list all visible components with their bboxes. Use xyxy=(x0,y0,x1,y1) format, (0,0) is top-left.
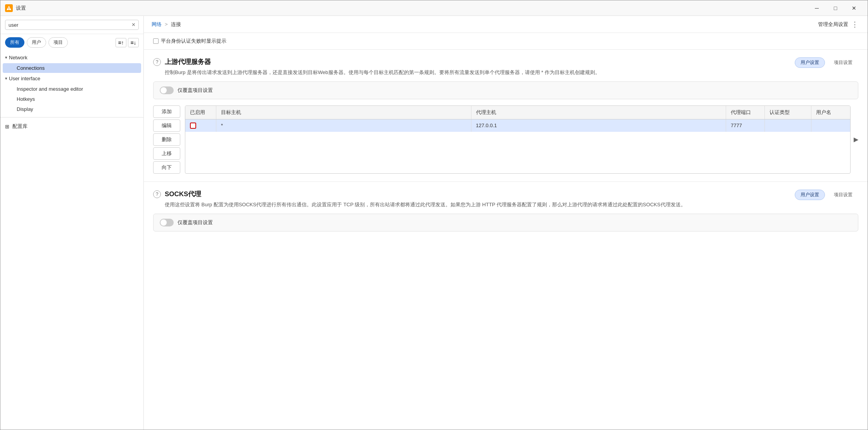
database-icon: ⊞ xyxy=(5,124,9,130)
chevron-down-icon-2: ▾ xyxy=(5,76,7,81)
maximize-button[interactable]: □ xyxy=(827,2,844,14)
move-down-button[interactable]: 向下 xyxy=(153,161,180,174)
filter-all-button[interactable]: 所有 xyxy=(5,37,24,48)
table-body: * 127.0.0.1 7777 xyxy=(185,119,850,132)
delete-button[interactable]: 删除 xyxy=(153,133,180,146)
filter-project-button[interactable]: 项目 xyxy=(48,37,68,48)
nav-network-label: Network xyxy=(9,55,28,60)
breadcrumb-separator: > xyxy=(165,21,168,27)
upstream-proxy-badges: 用户设置 项目设置 xyxy=(795,57,858,68)
project-settings-badge[interactable]: 项目设置 xyxy=(828,57,858,68)
platform-auth-checkbox-item: 平台身份认证失败时显示提示 xyxy=(153,38,226,45)
search-input[interactable] xyxy=(9,22,132,28)
manage-global-settings-label: 管理全局设置 xyxy=(818,21,848,28)
window-controls: ─ □ ✕ xyxy=(808,2,863,14)
sidebar-item-connections[interactable]: Connections xyxy=(3,63,141,73)
table-header: 已启用 目标主机 代理主机 代理端口 认证类型 用户名 xyxy=(185,106,850,119)
nav-header-network[interactable]: ▾ Network xyxy=(0,52,143,63)
platform-auth-checkbox[interactable] xyxy=(153,38,159,44)
col-proxy-port: 代理端口 xyxy=(726,106,765,119)
socks-toggle[interactable] xyxy=(160,219,174,226)
help-icon[interactable]: ? xyxy=(153,58,161,66)
content-area: 网络 > 连接 管理全局设置 ⋮ 平台身份认证失败时显示提示 xyxy=(144,16,868,430)
col-proxy-host: 代理主机 xyxy=(471,106,726,119)
nav-user-interface-label: User interface xyxy=(9,76,40,81)
filter-user-button[interactable]: 用户 xyxy=(27,37,46,48)
sidebar-item-config[interactable]: ⊞ 配置库 xyxy=(0,121,143,132)
upstream-proxy-section: ? 上游代理服务器 控制Burp 是将传出请求发送到上游代理服务器，还是直接发送… xyxy=(144,50,868,182)
socks-proxy-badges: 用户设置 项目设置 xyxy=(795,190,858,200)
app-icon xyxy=(5,4,13,12)
sort-controls: ≡↑ ≡↓ xyxy=(116,38,139,47)
sidebar-item-inspector[interactable]: Inspector and message editor xyxy=(3,84,141,94)
edit-button[interactable]: 编辑 xyxy=(153,119,180,132)
nav-header-user-interface[interactable]: ▾ User interface xyxy=(0,73,143,84)
search-area: × xyxy=(0,16,143,34)
table-buttons: 添加 编辑 删除 上移 向下 xyxy=(153,105,185,174)
sidebar-item-display[interactable]: Display xyxy=(3,104,141,114)
socks-proxy-title: SOCKS代理 xyxy=(165,190,795,199)
col-username: 用户名 xyxy=(811,106,850,119)
upstream-proxy-header: ? 上游代理服务器 控制Burp 是将传出请求发送到上游代理服务器，还是直接发送… xyxy=(153,57,858,77)
close-button[interactable]: ✕ xyxy=(845,2,863,14)
upstream-proxy-title: 上游代理服务器 xyxy=(165,57,795,66)
breadcrumb-current: 连接 xyxy=(171,21,181,28)
chevron-down-icon: ▾ xyxy=(5,55,7,60)
row-proxy-port-cell: 7777 xyxy=(726,119,765,132)
upstream-proxy-desc: 控制Burp 是将传出请求发送到上游代理服务器，还是直接发送到目标Web服务器。… xyxy=(165,69,795,77)
breadcrumb-actions: 管理全局设置 ⋮ xyxy=(818,19,860,30)
upstream-proxy-toggle-row: 仅覆盖项目设置 xyxy=(153,81,858,99)
upstream-proxy-table: 已启用 目标主机 代理主机 代理端口 认证类型 用户名 xyxy=(185,105,851,174)
socks-proxy-section: ? SOCKS代理 使用这些设置将 Burp 配置为使用SOCKS代理进行所有传… xyxy=(144,182,868,245)
main-layout: × 所有 用户 项目 ≡↑ ≡↓ ▾ Network xyxy=(0,16,868,430)
top-row: 平台身份认证失败时显示提示 xyxy=(144,33,868,50)
socks-project-settings-badge[interactable]: 项目设置 xyxy=(828,190,858,200)
nav-tree: ▾ Network Connections ▾ User interface I… xyxy=(0,51,143,430)
breadcrumb-parent: 网络 xyxy=(152,21,162,28)
sort-desc-button[interactable]: ≡↓ xyxy=(128,38,139,47)
nav-divider xyxy=(0,117,143,117)
search-box: × xyxy=(5,20,139,30)
svg-rect-1 xyxy=(9,7,9,9)
col-enabled: 已启用 xyxy=(185,106,216,119)
search-clear-button[interactable]: × xyxy=(132,22,135,28)
socks-toggle-row: 仅覆盖项目设置 xyxy=(153,214,858,231)
upstream-proxy-toggle-label: 仅覆盖项目设置 xyxy=(178,87,213,94)
platform-auth-label: 平台身份认证失败时显示提示 xyxy=(161,38,226,45)
socks-proxy-header: ? SOCKS代理 使用这些设置将 Burp 配置为使用SOCKS代理进行所有传… xyxy=(153,190,858,209)
nav-section-user-interface: ▾ User interface Inspector and message e… xyxy=(0,73,143,114)
row-enabled-cell xyxy=(185,119,216,132)
move-up-button[interactable]: 上移 xyxy=(153,147,180,160)
col-auth-type: 认证类型 xyxy=(765,106,811,119)
row-auth-type-cell xyxy=(765,119,811,132)
user-settings-badge[interactable]: 用户设置 xyxy=(795,57,825,68)
upstream-proxy-title-block: 上游代理服务器 控制Burp 是将传出请求发送到上游代理服务器，还是直接发送到目… xyxy=(165,57,795,77)
socks-proxy-desc: 使用这些设置将 Burp 配置为使用SOCKS代理进行所有传出通信。此设置应用于… xyxy=(165,201,795,209)
table-row[interactable]: * 127.0.0.1 7777 xyxy=(185,119,850,132)
svg-rect-2 xyxy=(9,9,9,10)
socks-toggle-label: 仅覆盖项目设置 xyxy=(178,219,213,226)
upstream-proxy-toggle[interactable] xyxy=(160,86,174,94)
row-enabled-checkbox[interactable] xyxy=(190,123,196,129)
breadcrumb-menu-button[interactable]: ⋮ xyxy=(850,19,860,30)
window-title: 设置 xyxy=(16,5,808,12)
col-target-host: 目标主机 xyxy=(216,106,471,119)
table-scroll-arrow[interactable]: ▶ xyxy=(851,105,858,174)
socks-user-settings-badge[interactable]: 用户设置 xyxy=(795,190,825,200)
add-button[interactable]: 添加 xyxy=(153,105,180,118)
sidebar: × 所有 用户 项目 ≡↑ ≡↓ ▾ Network xyxy=(0,16,144,430)
upstream-proxy-table-container: 添加 编辑 删除 上移 向下 已启用 目标主机 代理主机 代理端口 xyxy=(153,105,858,174)
sidebar-item-hotkeys[interactable]: Hotkeys xyxy=(3,94,141,104)
socks-toggle-knob xyxy=(160,219,167,226)
row-proxy-host-cell: 127.0.0.1 xyxy=(471,119,726,132)
config-label: 配置库 xyxy=(12,123,28,130)
breadcrumb: 网络 > 连接 管理全局设置 ⋮ xyxy=(144,16,868,33)
nav-section-network: ▾ Network Connections xyxy=(0,52,143,73)
breadcrumb-link[interactable]: 网络 xyxy=(152,21,162,27)
socks-help-icon[interactable]: ? xyxy=(153,190,161,198)
minimize-button[interactable]: ─ xyxy=(808,2,826,14)
row-target-host-cell: * xyxy=(216,119,471,132)
filter-row: 所有 用户 项目 ≡↑ ≡↓ xyxy=(0,34,143,51)
sort-asc-button[interactable]: ≡↑ xyxy=(116,38,126,47)
main-window: 设置 ─ □ ✕ × 所有 用户 项目 ≡↑ ≡ xyxy=(0,0,868,430)
